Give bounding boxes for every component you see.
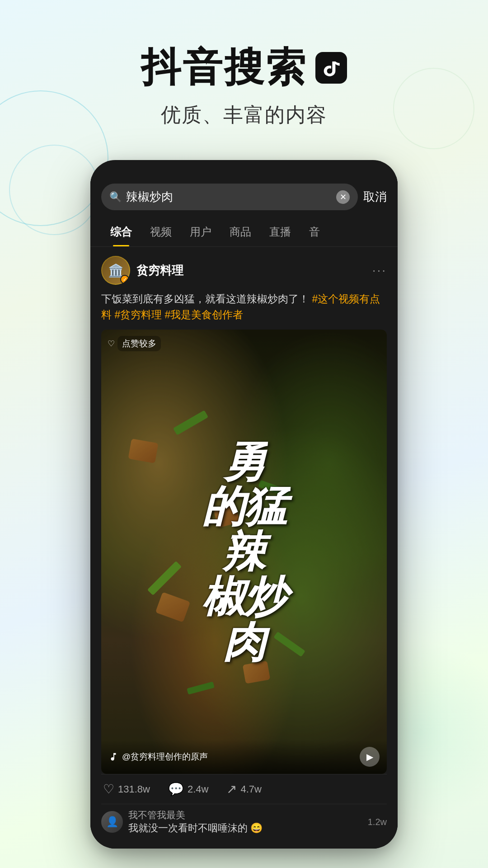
- phone-mockup: 🔍 辣椒炒肉 ✕ 取消 综合 视频 用户 商品: [0, 160, 488, 849]
- comment-text-wrap: 我不管我最美 我就没一次看时不咽唾沫的 😄: [128, 809, 362, 835]
- verified-badge: ✓: [120, 275, 129, 284]
- video-big-text: 勇的猛辣椒炒肉: [116, 439, 373, 665]
- post-user-row: 🏛️ ✓ 贫穷料理 ···: [101, 256, 387, 285]
- username-label[interactable]: 贫穷料理: [136, 263, 183, 278]
- popular-badge: ♡ 点赞较多: [108, 336, 161, 351]
- heart-icon: ♡: [108, 339, 115, 349]
- comments-count: 2.4w: [188, 783, 208, 795]
- phone-frame: 🔍 辣椒炒肉 ✕ 取消 综合 视频 用户 商品: [90, 160, 398, 849]
- share-icon: ↗: [226, 782, 237, 797]
- header-subtitle: 优质、丰富的内容: [0, 102, 488, 128]
- post-desc-text: 下饭菜到底有多凶猛，就看这道辣椒炒肉了！: [101, 293, 309, 305]
- phone-notch: [208, 160, 280, 176]
- comments-button[interactable]: 💬 2.4w: [168, 782, 208, 797]
- app-title: 抖音搜索: [141, 41, 347, 94]
- tiktok-logo-icon: [315, 52, 347, 84]
- interaction-bar: ♡ 131.8w 💬 2.4w ↗ 4.7w: [101, 774, 387, 804]
- commenter-name: 我不管我最美: [128, 809, 362, 821]
- play-button[interactable]: ▶: [360, 747, 380, 767]
- video-text-overlay: 勇的猛辣椒炒肉: [116, 439, 373, 665]
- tab-用户[interactable]: 用户: [181, 217, 221, 246]
- tab-音[interactable]: 音: [300, 217, 329, 246]
- shares-count: 4.7w: [240, 783, 261, 795]
- header: 抖音搜索 优质、丰富的内容: [0, 0, 488, 151]
- likes-button[interactable]: ♡ 131.8w: [103, 782, 150, 797]
- comment-content-text: 我就没一次看时不咽唾沫的 😄: [128, 821, 362, 835]
- tab-视频[interactable]: 视频: [141, 217, 181, 246]
- tab-商品[interactable]: 商品: [221, 217, 260, 246]
- tab-直播[interactable]: 直播: [260, 217, 300, 246]
- comment-likes-count: 1.2w: [368, 817, 387, 827]
- title-text: 抖音搜索: [141, 41, 307, 94]
- sound-info: @贫穷料理创作的原声: [108, 751, 208, 763]
- heart-interact-icon: ♡: [103, 782, 114, 797]
- search-query-text: 辣椒炒肉: [126, 189, 332, 205]
- music-note-icon: [108, 752, 118, 762]
- likes-count: 131.8w: [118, 783, 150, 795]
- phone-content: 🔍 辣椒炒肉 ✕ 取消 综合 视频 用户 商品: [90, 176, 398, 849]
- search-icon: 🔍: [109, 191, 122, 203]
- user-avatar[interactable]: 🏛️ ✓: [101, 256, 130, 285]
- sound-label: @贫穷料理创作的原声: [122, 751, 208, 763]
- video-bottom-bar: @贫穷料理创作的原声 ▶: [101, 740, 387, 774]
- content-area: 🏛️ ✓ 贫穷料理 ··· 下饭菜到底有多凶猛，就看这道辣椒炒肉了！ #这个视频…: [90, 247, 398, 849]
- tab-综合[interactable]: 综合: [101, 217, 141, 246]
- commenter-avatar: 👤: [101, 811, 123, 833]
- comment-icon: 💬: [168, 782, 184, 797]
- search-tabs: 综合 视频 用户 商品 直播 音: [90, 217, 398, 247]
- search-bar: 🔍 辣椒炒肉 ✕ 取消: [90, 176, 398, 217]
- shares-button[interactable]: ↗ 4.7w: [226, 782, 261, 797]
- post-description: 下饭菜到底有多凶猛，就看这道辣椒炒肉了！ #这个视频有点料 #贫穷料理 #我是美…: [101, 291, 387, 322]
- commenter-avatar-placeholder: 👤: [106, 816, 118, 828]
- search-cancel-button[interactable]: 取消: [363, 189, 387, 205]
- comment-preview: 👤 我不管我最美 我就没一次看时不咽唾沫的 😄 1.2w: [101, 804, 387, 840]
- search-clear-button[interactable]: ✕: [336, 190, 350, 204]
- more-options-button[interactable]: ···: [372, 263, 387, 278]
- popular-badge-text: 点赞较多: [117, 336, 161, 351]
- search-input-wrap[interactable]: 🔍 辣椒炒肉 ✕: [101, 184, 358, 210]
- video-thumbnail[interactable]: ♡ 点赞较多 勇的猛辣椒炒肉: [101, 330, 387, 774]
